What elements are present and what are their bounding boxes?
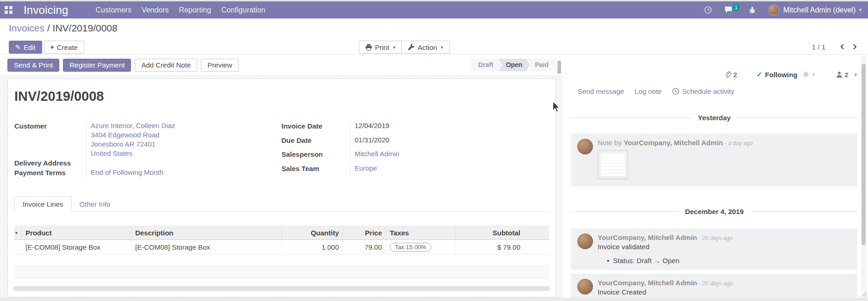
send-print-button[interactable]: Send & Print bbox=[7, 59, 59, 72]
chatter-message-created: YourCompany, Mitchell Admin - 20 days ag… bbox=[571, 274, 857, 301]
breadcrumb-invoices-link[interactable]: Invoices bbox=[9, 23, 44, 33]
attachments-count: 2 bbox=[733, 71, 737, 79]
state-paid[interactable]: Paid bbox=[527, 59, 556, 71]
horizontal-scrollbar[interactable] bbox=[13, 286, 550, 291]
due-date-value: 01/31/2020 bbox=[350, 135, 549, 148]
left-field-group: Customer Azure Interior, Colleen Diaz 34… bbox=[14, 121, 281, 178]
user-avatar[interactable] bbox=[768, 5, 779, 15]
cell-price: 79.00 bbox=[343, 240, 386, 254]
payment-terms-value[interactable]: End of Following Month bbox=[91, 168, 163, 176]
cell-subtotal: $ 79.00 bbox=[455, 240, 549, 254]
message-header: YourCompany, Mitchell Admin - 20 days ag… bbox=[598, 233, 851, 241]
column-toggle-caret-icon[interactable]: ▾ bbox=[14, 226, 21, 240]
plus-icon: + bbox=[50, 43, 54, 51]
schedule-activity-button[interactable]: Schedule activity bbox=[672, 87, 734, 95]
message-header: Note by YourCompany, Mitchell Admin - a … bbox=[598, 139, 851, 147]
pencil-icon: ✎ bbox=[15, 43, 21, 51]
empty-table-row bbox=[14, 254, 549, 266]
avatar bbox=[577, 233, 593, 249]
status-pipeline: Draft Open Paid bbox=[470, 59, 556, 71]
message-content: YourCompany, Mitchell Admin - 20 days ag… bbox=[598, 233, 851, 264]
invoice-date-label: Invoice Date bbox=[281, 121, 350, 134]
customer-country[interactable]: United States bbox=[91, 149, 281, 158]
state-draft[interactable]: Draft bbox=[470, 59, 501, 71]
bell-caret-icon: ▾ bbox=[812, 72, 815, 77]
form-sheet-background: INV/2019/0008 Customer Azure Interior, C… bbox=[0, 75, 562, 298]
message-prefix: Note by bbox=[598, 139, 624, 147]
salesperson-value[interactable]: Mitchell Admin bbox=[355, 150, 400, 158]
customer-label: Customer bbox=[14, 121, 86, 158]
message-body: Invoice Created bbox=[598, 288, 851, 296]
subscribe-bell-button[interactable]: ▾ bbox=[802, 71, 815, 79]
pager-next-icon[interactable] bbox=[849, 43, 862, 51]
messages-icon[interactable]: 1 bbox=[724, 6, 734, 14]
message-author[interactable]: YourCompany, Mitchell Admin bbox=[598, 233, 697, 241]
printer-icon bbox=[365, 44, 372, 50]
activities-clock-icon[interactable] bbox=[704, 6, 712, 14]
invoice-field-groups: Customer Azure Interior, Colleen Diaz 34… bbox=[14, 121, 549, 178]
preview-button[interactable]: Preview bbox=[201, 59, 238, 72]
chatter-message-validated: YourCompany, Mitchell Admin - 20 days ag… bbox=[571, 228, 857, 270]
menu-configuration[interactable]: Configuration bbox=[216, 2, 270, 18]
window-bottom-edge bbox=[0, 298, 868, 301]
debug-bug-icon[interactable] bbox=[748, 6, 756, 14]
print-action-group: Print ▾ Action ▾ bbox=[359, 41, 450, 54]
customer-street[interactable]: 3404 Edgewood Road bbox=[91, 130, 281, 140]
print-dropdown-button[interactable]: Print ▾ bbox=[359, 41, 402, 54]
followers-button[interactable]: 2 ▾ bbox=[836, 71, 857, 79]
user-menu-label[interactable]: Mitchell Admin (devel) bbox=[783, 6, 856, 14]
send-message-button[interactable]: Send message bbox=[578, 87, 624, 95]
message-timestamp: - a day ago bbox=[725, 140, 753, 147]
action-dropdown-button[interactable]: Action ▾ bbox=[401, 41, 450, 54]
app-name[interactable]: Invoicing bbox=[24, 4, 69, 17]
table-row[interactable]: [E-COM08] Storage Box [E-COM08] Storage … bbox=[14, 240, 549, 254]
message-author[interactable]: YourCompany, Mitchell Admin bbox=[598, 279, 697, 287]
note-attachment-thumbnail[interactable] bbox=[598, 150, 628, 179]
resize-grip-icon[interactable] bbox=[860, 290, 867, 297]
register-payment-button[interactable]: Register Payment bbox=[63, 59, 131, 72]
check-icon: ✓ bbox=[756, 70, 762, 79]
paperclip-icon bbox=[724, 71, 731, 79]
edit-button[interactable]: ✎ Edit bbox=[9, 41, 42, 54]
tracking-value: •Status: Draft → Open bbox=[607, 257, 851, 264]
record-buttons: ✎ Edit + Create bbox=[9, 41, 84, 54]
due-date-label: Due Date bbox=[281, 135, 350, 148]
following-button[interactable]: ✓ Following bbox=[756, 70, 798, 79]
customer-city[interactable]: Jonesboro AR 72401 bbox=[91, 140, 281, 149]
attachments-button[interactable]: 2 bbox=[724, 71, 737, 79]
tab-other-info[interactable]: Other Info bbox=[72, 197, 119, 211]
navbar-systray: 1 Mitchell Admin (devel) ▾ bbox=[704, 5, 862, 15]
invoice-lines-table: ▾ Product Description Quantity Price Tax… bbox=[14, 226, 549, 290]
menu-customers[interactable]: Customers bbox=[91, 2, 137, 18]
customer-link[interactable]: Azure Interior, Colleen Diaz bbox=[91, 121, 281, 130]
sales-team-value[interactable]: Europe bbox=[355, 164, 377, 172]
create-button[interactable]: + Create bbox=[44, 41, 84, 54]
user-menu-caret-icon[interactable]: ▾ bbox=[859, 7, 862, 12]
add-credit-note-button[interactable]: Add Credit Note bbox=[135, 59, 197, 72]
message-content: Note by YourCompany, Mitchell Admin - a … bbox=[598, 139, 851, 179]
menu-vendors[interactable]: Vendors bbox=[137, 2, 174, 18]
pager: 1 / 1 bbox=[812, 43, 862, 51]
empty-table-row bbox=[14, 266, 549, 278]
state-open-active[interactable]: Open bbox=[498, 59, 531, 71]
followers-caret-icon: ▾ bbox=[854, 72, 857, 77]
menu-reporting[interactable]: Reporting bbox=[174, 2, 216, 18]
message-timestamp: - 20 days ago bbox=[699, 280, 733, 287]
followers-count: 2 bbox=[844, 71, 848, 79]
pager-value[interactable]: 1 / 1 bbox=[812, 43, 825, 51]
chatter-scrollbar[interactable] bbox=[862, 64, 866, 245]
message-author[interactable]: YourCompany, Mitchell Admin bbox=[624, 139, 723, 147]
messages-badge: 1 bbox=[732, 4, 740, 11]
invoice-sheet: INV/2019/0008 Customer Azure Interior, C… bbox=[7, 79, 556, 297]
pager-previous-icon[interactable] bbox=[836, 43, 849, 51]
date-divider-yesterday: Yesterday bbox=[571, 114, 858, 122]
breadcrumb: Invoices / INV/2019/0008 bbox=[9, 23, 118, 34]
tab-invoice-lines[interactable]: Invoice Lines bbox=[14, 197, 72, 212]
form-vertical-scrollbar[interactable] bbox=[557, 61, 561, 74]
apps-menu-icon[interactable] bbox=[5, 6, 12, 14]
log-note-button[interactable]: Log note bbox=[635, 87, 662, 95]
apps-grid-square bbox=[9, 6, 12, 9]
chatter-panel: 2 ✓ Following ▾ 2 ▾ Send message bbox=[562, 55, 868, 298]
customer-value: Azure Interior, Colleen Diaz 3404 Edgewo… bbox=[86, 121, 281, 158]
person-icon bbox=[836, 71, 843, 78]
